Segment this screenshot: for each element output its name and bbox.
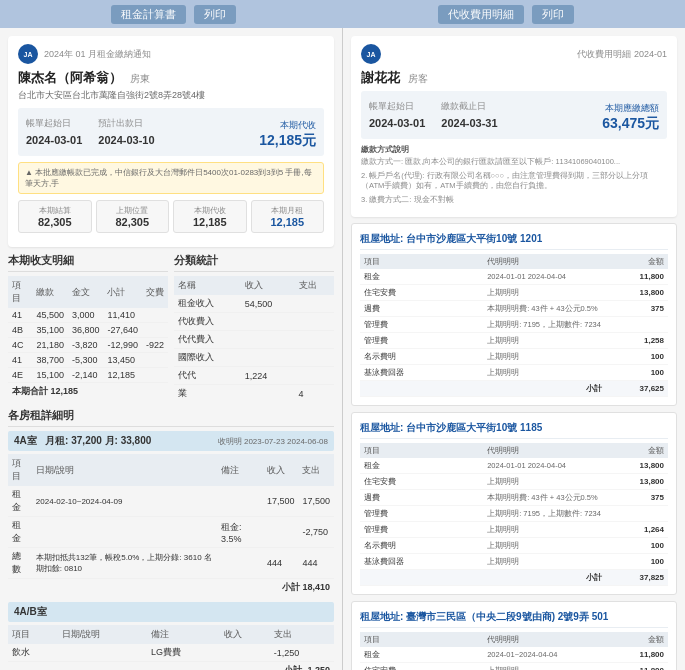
property-title: 租屋地址: 台中市沙鹿區大平街10號 1185 <box>360 421 668 439</box>
left-period: 2024年 01 月租金繳納通知 <box>44 48 151 61</box>
table-row: 租金收入54,500 <box>174 295 334 313</box>
left-panel: JA 2024年 01 月租金繳納通知 陳杰名（阿希翁） 房東 台北市大安區台北… <box>0 28 343 670</box>
tenant-table: 項目 日期/說明 備注 收入 支出 租金 2024-02-10~2024-04-… <box>8 454 334 596</box>
pay-method-line: 3. 繳費方式二: 現金不對帳 <box>361 195 667 205</box>
dist-col-income: 收入 <box>241 276 295 295</box>
start-date-val: 2024-03-01 <box>26 134 82 146</box>
left-header-card: JA 2024年 01 月租金繳納通知 陳杰名（阿希翁） 房東 台北市大安區台北… <box>8 36 334 247</box>
tenant-header: 4A室 月租: 37,200 月: 33,800 收明明 2023-07-23 … <box>8 431 334 451</box>
stat-box-2: 本期代收12,185 <box>173 200 247 233</box>
start-date: 帳單起始日 2024-03-01 <box>26 117 82 148</box>
left-logo-icon: JA <box>18 44 38 64</box>
stat-box-1: 上期位置82,305 <box>96 200 170 233</box>
table-row: 代收費入 <box>174 313 334 331</box>
distribution-title: 分類統計 <box>174 253 334 272</box>
table-row: 4E15,100-2,14012,185 <box>8 368 168 383</box>
end-date-label: 預計出款日 <box>98 117 154 130</box>
right-amount-highlight: 本期應繳總額 63,475元 <box>602 97 659 133</box>
pay-method-title: 繳款方式說明 <box>361 145 667 155</box>
table-row: 管理費 上期明明 1,258 <box>360 333 668 349</box>
right-person-role: 房客 <box>408 73 428 84</box>
right-end-val: 2024-03-31 <box>441 117 497 129</box>
table-row: 管理費 上期明明 1,264 <box>360 522 668 538</box>
table-row: 租金 2024-02-10~2024-04-09 17,500 17,500 <box>8 486 334 517</box>
notice-box: ▲ 本批應繳帳款已完成，中信銀行及大台灣郵件日5400次01-0283到3到5 … <box>18 162 324 194</box>
right-amount-val: 63,475元 <box>602 115 659 133</box>
table-row: 4138,700-5,30013,450 <box>8 353 168 368</box>
table-row: 基泳費回器 上期明明 100 <box>360 365 668 381</box>
right-person-name: 謝花花 <box>361 70 400 85</box>
stat-box-3: 本期月租12,185 <box>251 200 325 233</box>
right-start-val: 2024-03-01 <box>369 117 425 129</box>
right-logo-text: JA <box>367 51 376 58</box>
stats-row: 本期結算82,305上期位置82,305本期代收12,185本期月租12,185 <box>18 200 324 233</box>
main-content: JA 2024年 01 月租金繳納通知 陳杰名（阿希翁） 房東 台北市大安區台北… <box>0 28 685 670</box>
tenant-block: 4A室 月租: 37,200 月: 33,800 收明明 2023-07-23 … <box>8 431 334 596</box>
pay-method-lines: 繳款方式一: 匯款,向本公司的銀行匯款請匯至以下帳戶: 113410690401… <box>361 157 667 205</box>
table-row: 租金 租金: 3.5% -2,750 <box>8 517 334 548</box>
property-block-2: 租屋地址: 臺灣市三民區（中央二段9號由商) 2號9弄 501 項目 代明明明 … <box>351 601 677 670</box>
table-row: 住宅安費 上期明明 13,800 <box>360 474 668 490</box>
right-toolbar: 代收費用明細 列印 <box>438 5 574 24</box>
table-row: 代代1,224 <box>174 367 334 385</box>
table-row: 管理費 上期明明: 7195，上期數件: 7234 <box>360 317 668 333</box>
table-row: 租金 2024-01-01 2024-04-04 13,800 <box>360 458 668 474</box>
property-title: 租屋地址: 臺灣市三民區（中央二段9號由商) 2號9弄 501 <box>360 610 668 628</box>
dist-col-expense: 支出 <box>295 276 334 295</box>
right-person-row: 謝花花 房客 <box>361 68 667 87</box>
subtotal-row: 小計 37,825 <box>360 570 668 586</box>
table-row: 總數 本期扣抵共132筆，帳稅5.0%，上期分錄: 3610 名期扣餘: 081… <box>8 548 334 579</box>
dist-col-name: 名稱 <box>174 276 241 295</box>
amount-val: 12,185元 <box>259 132 316 150</box>
tenant-label: 4A/B室 <box>14 605 47 619</box>
tenant-label: 4A室 月租: 37,200 月: 33,800 <box>14 434 151 448</box>
property-block-0: 租屋地址: 台中市沙鹿區大平街10號 1201 項目 代明明明 金額 租金 20… <box>351 223 677 406</box>
person-info-row: 陳杰名（阿希翁） 房東 台北市大安區台北市萬隆自強街2號8弄28號4樓 <box>18 68 324 102</box>
property-block-1: 租屋地址: 台中市沙鹿區大平街10號 1185 項目 代明明明 金額 租金 20… <box>351 412 677 595</box>
person-role: 房東 <box>130 73 150 84</box>
distribution-table: 名稱 收入 支出 租金收入54,500代收費入代代費入國際收入代代1,224業4 <box>174 276 334 402</box>
income-title: 本期收支明細 <box>8 253 168 272</box>
tenant-date: 收明明 2023-07-23 2024-06-08 <box>218 436 328 447</box>
tenants-section: 各房租詳細明 4A室 月租: 37,200 月: 33,800 收明明 2023… <box>8 408 334 670</box>
table-row: 名示費明 上期明明 100 <box>360 349 668 365</box>
table-row: 國際收入 <box>174 349 334 367</box>
amount-label: 本期代收 <box>280 120 316 130</box>
person-address: 台北市大安區台北市萬隆自強街2號8弄28號4樓 <box>18 89 205 102</box>
left-logo-text: JA <box>24 51 33 58</box>
top-bar: 租金計算書 列印 代收費用明細 列印 <box>0 0 685 28</box>
subtotal-row: 小計 18,410 <box>8 579 334 597</box>
table-row: 住宅安費 上期明明 13,800 <box>360 285 668 301</box>
total-row: 本期合計 12,185 <box>8 383 168 401</box>
left-toolbar: 租金計算書 列印 <box>111 5 236 24</box>
person-name-row: 陳杰名（阿希翁） 房東 <box>18 68 205 87</box>
income-section: 本期收支明細 項目 繳款 金文 小計 交費 4145,5003,00011,41… <box>8 253 168 402</box>
start-date-label: 帳單起始日 <box>26 117 82 130</box>
table-row: 基泳費回器 上期明明 100 <box>360 554 668 570</box>
person-info: 陳杰名（阿希翁） 房東 台北市大安區台北市萬隆自強街2號8弄28號4樓 <box>18 68 205 102</box>
table-row: 租金 2024-01~2024-04-04 11,800 <box>360 647 668 663</box>
right-header-text: 代收費用明細 2024-01 <box>577 48 667 61</box>
right-amount-label: 本期應繳總額 <box>605 103 659 113</box>
left-btn2[interactable]: 列印 <box>194 5 236 24</box>
left-btn1[interactable]: 租金計算書 <box>111 5 186 24</box>
table-row: 租金 2024-01-01 2024-04-04 11,800 <box>360 269 668 285</box>
pay-method-line: 2. 帳戶戶名(代理): 行政有限公司名稱○○○，由注意管理費得到期，三部分以上… <box>361 171 667 191</box>
income-table: 項目 繳款 金文 小計 交費 4145,5003,00011,4104B35,1… <box>8 276 168 400</box>
col-fee: 交費 <box>142 276 168 308</box>
subtotal-row: 小計 -1,250 <box>8 662 334 671</box>
right-btn1[interactable]: 代收費用明細 <box>438 5 524 24</box>
property-title: 租屋地址: 台中市沙鹿區大平街10號 1201 <box>360 232 668 250</box>
right-header-card: JA 代收費用明細 2024-01 謝花花 房客 帳單起始日 2024-03-0… <box>351 36 677 217</box>
table-row: 業4 <box>174 385 334 403</box>
table-row: 週費 本期明明費: 43件 + 43公元0.5% 375 <box>360 301 668 317</box>
table-row: 管理費 上期明明: 7195，上期數件: 7234 <box>360 506 668 522</box>
property-table: 項目 代明明明 金額 租金 2024-01~2024-04-04 11,800 … <box>360 632 668 670</box>
table-row: 4C21,180-3,820-12,990-922 <box>8 338 168 353</box>
col-item: 項目 <box>8 276 32 308</box>
right-btn2[interactable]: 列印 <box>532 5 574 24</box>
table-row: 週費 本期明明費: 43件 + 43公元0.5% 375 <box>360 490 668 506</box>
end-date: 預計出款日 2024-03-10 <box>98 117 154 148</box>
table-row: 名示費明 上期明明 100 <box>360 538 668 554</box>
right-start-date: 帳單起始日 2024-03-01 <box>369 100 425 131</box>
